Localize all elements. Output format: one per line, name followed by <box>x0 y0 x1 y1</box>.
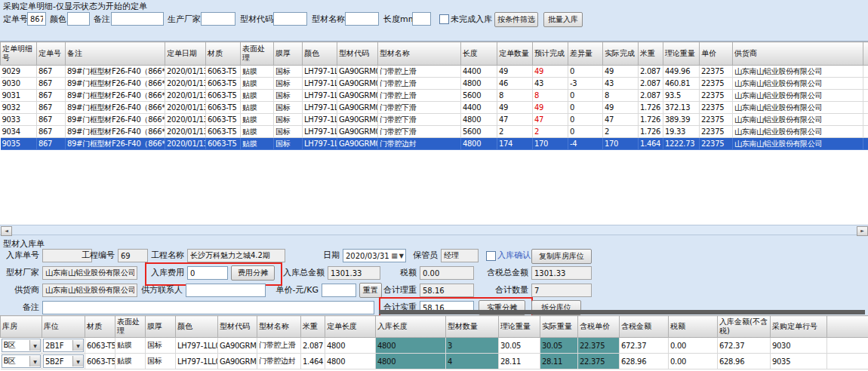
cell[interactable]: GA90GRM03 <box>337 66 378 78</box>
total-qty-input[interactable] <box>531 284 592 297</box>
filter-length-input[interactable] <box>412 12 431 26</box>
cell[interactable]: 6063-T5 <box>206 78 241 90</box>
cell[interactable]: 3 <box>446 338 499 354</box>
cell[interactable]: 6063-T5 <box>206 90 241 102</box>
cell[interactable]: 8 <box>533 90 568 102</box>
cell[interactable]: 2020/01/13 <box>165 78 206 90</box>
cell[interactable]: 867 <box>37 78 66 90</box>
cell[interactable]: 8 <box>497 90 533 102</box>
cell[interactable]: -3 <box>568 78 603 90</box>
cell[interactable]: 22375 <box>700 114 733 126</box>
cell[interactable]: GA90GRM05 <box>337 138 378 150</box>
cell[interactable]: 5B2F▼ <box>42 354 85 369</box>
cell[interactable]: 9033 <box>1 114 37 126</box>
cell[interactable]: 1.464 <box>639 138 663 150</box>
cell[interactable]: 47 <box>603 114 639 126</box>
cell[interactable]: 89#门框型材F26-F40（866*867） <box>66 78 165 90</box>
cell[interactable]: 9031 <box>1 90 37 102</box>
cell[interactable]: 2 <box>533 126 568 138</box>
cell[interactable]: B区▼ <box>1 354 42 369</box>
cell[interactable]: 2.087 <box>639 78 663 90</box>
dropdown-arrow-icon[interactable]: ▼ <box>72 340 83 351</box>
cell[interactable]: 国标 <box>274 102 303 114</box>
cell[interactable]: 46 <box>497 78 533 90</box>
cell[interactable]: LH797-1LL0 <box>303 90 337 102</box>
cell[interactable]: 山东南山铝业股份有限公司 <box>733 126 863 138</box>
table-row[interactable]: 903286789#门框型材F26-F40（866*867）2020/01/13… <box>1 102 868 114</box>
cell[interactable]: 9035 <box>1 138 37 150</box>
cell[interactable]: 0 <box>568 102 603 114</box>
cell[interactable]: 22.375 <box>578 338 620 354</box>
cell[interactable]: 0.00 <box>669 338 718 354</box>
cell[interactable]: 6063-T5 <box>85 354 115 369</box>
cell[interactable]: 1.726 <box>639 126 663 138</box>
combo-select[interactable]: 2B1F▼ <box>43 339 84 352</box>
cell[interactable]: 9030 <box>771 338 827 354</box>
cell[interactable]: GA90GRM04 <box>337 114 378 126</box>
cell[interactable]: 49 <box>533 66 568 78</box>
cell[interactable]: 4400 <box>461 66 497 78</box>
cell[interactable]: 43 <box>603 78 639 90</box>
cell[interactable]: 30.05 <box>540 338 578 354</box>
dropdown-arrow-icon[interactable]: ▼ <box>29 340 40 351</box>
cell[interactable]: 9032 <box>1 102 37 114</box>
cell[interactable]: 9034 <box>1 126 37 138</box>
cell[interactable]: 28.11 <box>499 354 540 369</box>
cell[interactable]: 2.087 <box>639 66 663 78</box>
filter-by-condition-button[interactable]: 按条件筛选 <box>494 12 538 27</box>
copy-warehouse-location-button[interactable]: 复制库房库位 <box>531 249 592 264</box>
cell[interactable]: GA90GRM03 <box>218 338 257 354</box>
table-row[interactable]: B区▼5B2F▼6063-T5贴膜国标LH797-1LL0GA90GRM05门带… <box>1 354 868 369</box>
cell[interactable]: 门带腔上滑 <box>257 338 301 354</box>
cell[interactable]: LH797-1LL0 <box>303 114 337 126</box>
combo-select[interactable]: 5B2F▼ <box>43 354 84 368</box>
cell[interactable]: 28.11 <box>540 354 578 369</box>
cell[interactable]: 贴膜 <box>115 354 146 369</box>
cell[interactable]: 628.96 <box>718 354 771 369</box>
filter-manufacturer-input[interactable] <box>201 12 235 26</box>
cell[interactable]: 2 <box>603 126 639 138</box>
cell[interactable]: 0 <box>568 66 603 78</box>
cell[interactable]: 0 <box>568 126 603 138</box>
cell[interactable]: 国标 <box>274 66 303 78</box>
chevron-down-icon[interactable]: ▼ <box>398 253 405 259</box>
theory-weight-input[interactable] <box>420 284 474 297</box>
cell[interactable]: 门带腔上滑 <box>378 90 461 102</box>
cell[interactable]: 2020/01/13 <box>165 126 206 138</box>
unfinished-checkbox[interactable] <box>439 14 449 24</box>
fee-allocate-button[interactable]: 费用分摊 <box>231 265 275 281</box>
supplier-input[interactable] <box>42 284 137 297</box>
horizontal-scrollbar[interactable]: ◄ ► <box>0 225 868 235</box>
cell[interactable]: 山东南山铝业股份有限公司 <box>733 114 863 126</box>
cell[interactable]: 867 <box>37 138 66 150</box>
cell[interactable]: 1222.73 <box>663 138 700 150</box>
cell[interactable]: 93.5 <box>663 90 700 102</box>
cell[interactable]: 449.96 <box>663 66 700 78</box>
cell[interactable]: 22375 <box>700 126 733 138</box>
cell[interactable] <box>863 78 868 90</box>
cell[interactable]: 门带腔下滑 <box>378 114 461 126</box>
tax-input[interactable] <box>420 266 474 280</box>
profile-factory-input[interactable] <box>42 266 137 280</box>
cell[interactable]: 867 <box>37 114 66 126</box>
cell[interactable]: 22375 <box>700 66 733 78</box>
cell[interactable]: 山东南山铝业股份有限公司 <box>733 90 863 102</box>
cell[interactable]: GA90GRM03 <box>337 90 378 102</box>
cell[interactable]: 170 <box>533 138 568 150</box>
cell[interactable]: 8 <box>603 90 639 102</box>
cell[interactable]: LH797-1LL0 <box>303 102 337 114</box>
cell[interactable]: 4800 <box>325 338 376 354</box>
cell[interactable]: 贴膜 <box>241 126 274 138</box>
cell[interactable]: 国标 <box>274 126 303 138</box>
table-row[interactable]: 903386789#门框型材F26-F40（866*867）2020/01/13… <box>1 114 868 126</box>
cell[interactable]: 1.726 <box>639 114 663 126</box>
cell[interactable]: 22375 <box>700 102 733 114</box>
cell[interactable]: 国标 <box>274 78 303 90</box>
cell[interactable]: 389.39 <box>663 114 700 126</box>
keeper-input[interactable] <box>441 249 479 262</box>
cell[interactable]: 国标 <box>274 138 303 150</box>
cell[interactable]: 门带腔边封 <box>257 354 301 369</box>
cell[interactable]: 6063-T5 <box>206 114 241 126</box>
cell[interactable]: 49 <box>533 102 568 114</box>
cell[interactable]: 9030 <box>1 78 37 90</box>
